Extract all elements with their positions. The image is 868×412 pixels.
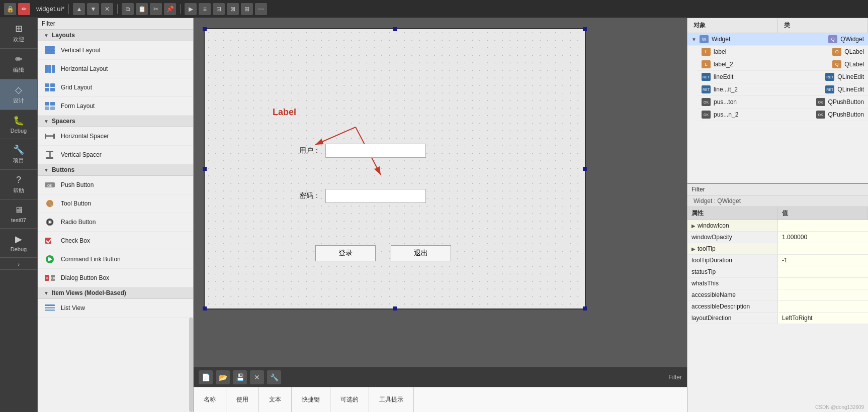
login-button[interactable]: 登录	[315, 245, 376, 261]
design-icon: ◇	[15, 84, 22, 95]
handle-tm[interactable]	[393, 27, 397, 31]
handle-br[interactable]	[583, 306, 587, 311]
canvas-label[interactable]: Label	[273, 107, 296, 118]
toolbar-play-icon[interactable]: ▶	[185, 3, 197, 15]
sidebar-item-edit[interactable]: ✏ 编辑	[0, 49, 37, 79]
sidebar-item-expand[interactable]: ›	[0, 258, 37, 270]
prop-value-accessiblename[interactable]	[778, 289, 868, 300]
sidebar-item-test07[interactable]: 🖥 test07	[0, 200, 37, 229]
prop-value-windowopacity[interactable]: 1.000000	[778, 232, 868, 243]
toolbar-copy-icon[interactable]: ⧉	[122, 3, 134, 15]
bottom-save-icon[interactable]: 💾	[233, 370, 247, 384]
sidebar-item-help[interactable]: ? 帮助	[0, 170, 37, 200]
component-radio-button[interactable]: Radio Button	[38, 213, 193, 232]
toolbar-align-icon[interactable]: ⊟	[213, 3, 225, 15]
component-horizontal-layout[interactable]: Horizontal Layout	[38, 60, 193, 78]
tree-item-label2[interactable]: L label_2 Q QLabel	[698, 58, 868, 71]
toolbar-down-icon[interactable]: ▼	[87, 3, 99, 15]
test-icon: 🖥	[14, 205, 23, 216]
toolbar-pin-icon[interactable]: 📌	[164, 3, 176, 15]
prop-row-layoutdirection[interactable]: layoutDirection LeftToRight	[687, 313, 868, 324]
component-tool-button[interactable]: 🔧 Tool Button	[38, 194, 193, 213]
prop-row-accessiblename[interactable]: accessibleName	[687, 289, 868, 301]
prop-value-whatsthis[interactable]	[778, 278, 868, 289]
sidebar-item-design[interactable]: ◇ 设计	[0, 79, 37, 110]
sidebar-item-welcome[interactable]: ⊞ 欢迎	[0, 18, 37, 49]
prop-value-tooltip[interactable]	[778, 243, 868, 254]
tree-item-pushbtn2[interactable]: OK pus...n_2 OK QPushButton	[698, 109, 868, 121]
qpushbtn2-icon: OK	[816, 111, 825, 119]
prop-row-windowopacity[interactable]: windowOpacity 1.000000	[687, 232, 868, 243]
toolbar-bars-icon[interactable]: ≡	[199, 3, 211, 15]
tree-pushbtn-class: QPushButton	[828, 98, 864, 106]
toolbar-distribute-icon[interactable]: ⊠	[227, 3, 239, 15]
bottom-new-icon[interactable]: 📄	[199, 370, 213, 384]
exit-button[interactable]: 退出	[391, 245, 451, 261]
prop-value-windowicon[interactable]	[778, 220, 868, 231]
toolbar-close-icon[interactable]: ✕	[101, 3, 113, 15]
handle-tr[interactable]	[583, 27, 587, 31]
component-scrollbar[interactable]	[189, 318, 193, 412]
sidebar-test-label: test07	[11, 217, 26, 223]
section-item-views[interactable]: ▼ Item Views (Model-Based)	[38, 287, 193, 299]
bottom-tool-icon[interactable]: 🔧	[267, 370, 281, 384]
lock-icon[interactable]: 🔒	[4, 3, 16, 15]
sidebar-item-debug2[interactable]: ▶ Debug	[0, 229, 37, 258]
prop-row-windowicon[interactable]: ▶ windowIcon	[687, 220, 868, 232]
component-vertical-layout[interactable]: Vertical Layout	[38, 41, 193, 60]
component-dialog-button-box[interactable]: ✕ OK Dialog Button Box	[38, 269, 193, 287]
component-list-view[interactable]: List View	[38, 299, 193, 318]
prop-row-accessibledesc[interactable]: accessibleDescription	[687, 301, 868, 313]
section-layouts[interactable]: ▼ Layouts	[38, 30, 193, 41]
user-input[interactable]	[325, 144, 426, 158]
toolbar-paste-icon[interactable]: 📋	[136, 3, 148, 15]
tree-item-label[interactable]: L label Q QLabel	[698, 46, 868, 58]
toolbar-more-icon[interactable]: ⋯	[255, 3, 267, 15]
canvas-container[interactable]: Label · 用户：	[194, 18, 687, 367]
horizontal-layout-label: Horizontal Layout	[61, 65, 108, 72]
resource-table: 名称 使用 文本 快捷键 可选的 工具提示	[194, 387, 687, 412]
sidebar-item-project[interactable]: 🔧 项目	[0, 139, 37, 170]
spacers-arrow-icon: ▼	[44, 119, 49, 124]
handle-mr[interactable]	[583, 167, 587, 171]
canvas-label-dot: ·	[294, 108, 296, 117]
prop-value-statustip[interactable]	[778, 266, 868, 277]
section-spacers[interactable]: ▼ Spacers	[38, 116, 193, 127]
bottom-close-icon[interactable]: ✕	[250, 370, 264, 384]
bottom-open-icon[interactable]: 📂	[216, 370, 230, 384]
toolbar-clip-icon[interactable]: ✂	[150, 3, 162, 15]
handle-bl[interactable]	[203, 306, 207, 311]
qwidget-icon: Q	[828, 35, 837, 43]
component-horizontal-spacer[interactable]: Horizontal Spacer	[38, 127, 193, 146]
component-push-button[interactable]: OK Push Button	[38, 176, 193, 194]
svg-rect-19	[46, 157, 53, 159]
component-vertical-spacer[interactable]: Vertical Spacer	[38, 146, 193, 164]
tree-item-lineedit2[interactable]: RET line...it_2 RET QLineEdit	[698, 83, 868, 96]
component-grid-layout[interactable]: Grid Layout	[38, 78, 193, 97]
toolbar-grid-icon[interactable]: ⊞	[241, 3, 253, 15]
handle-tl[interactable]	[203, 27, 207, 31]
toolbar-up-icon[interactable]: ▲	[73, 3, 85, 15]
edit-icon[interactable]: ✏	[18, 3, 30, 15]
tree-item-pushbtn[interactable]: OK pus...ton OK QPushButton	[698, 96, 868, 109]
sidebar-item-debug1[interactable]: 🐛 Debug	[0, 110, 37, 139]
prop-value-tooltipduration[interactable]: -1	[778, 255, 868, 266]
prop-row-whatstthis[interactable]: whatsThis	[687, 278, 868, 289]
section-buttons[interactable]: ▼ Buttons	[38, 164, 193, 176]
tree-item-widget[interactable]: ▼ W Widget Q QWidget	[687, 33, 868, 46]
prop-row-statustip[interactable]: statusTip	[687, 266, 868, 278]
handle-bm[interactable]	[393, 306, 397, 311]
tree-item-lineedit[interactable]: RET lineEdit RET QLineEdit	[698, 71, 868, 83]
component-form-layout[interactable]: Form Layout	[38, 97, 193, 116]
command-link-button-icon	[44, 253, 56, 265]
prop-row-tooltip[interactable]: ▶ toolTip	[687, 243, 868, 255]
prop-filter: Filter	[687, 184, 868, 195]
handle-ml[interactable]	[203, 167, 207, 171]
password-input[interactable]	[325, 189, 426, 203]
prop-value-layoutdirection[interactable]: LeftToRight	[778, 313, 868, 324]
prop-value-accessibledesc[interactable]	[778, 301, 868, 312]
component-check-box[interactable]: Check Box	[38, 232, 193, 250]
component-command-link-button[interactable]: Command Link Button	[38, 250, 193, 269]
canvas[interactable]: Label · 用户：	[204, 28, 586, 310]
prop-row-tooltipduration[interactable]: toolTipDuration -1	[687, 255, 868, 266]
